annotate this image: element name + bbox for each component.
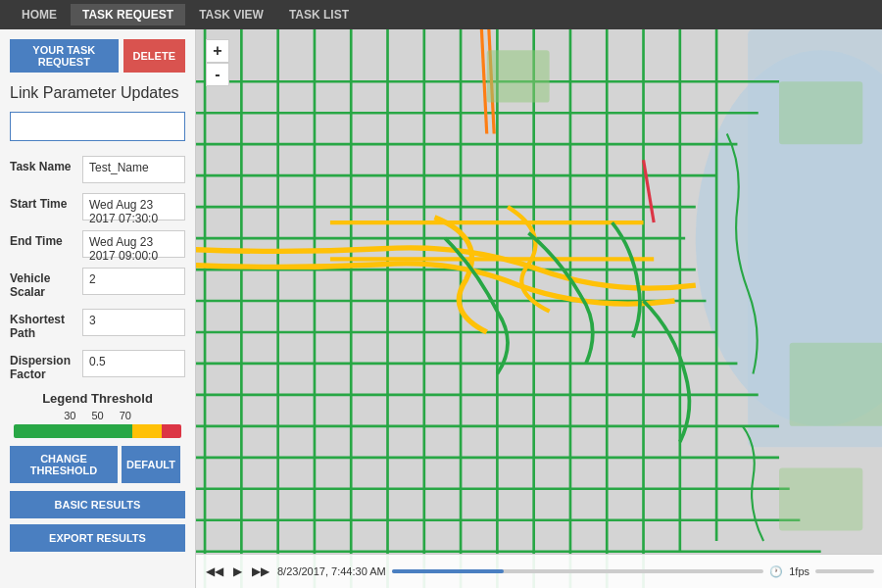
timeline-skip-forward-button[interactable]: ▶▶ (250, 563, 271, 580)
export-results-button[interactable]: EXPORT RESULTS (10, 524, 185, 552)
delete-button[interactable]: DELETE (123, 39, 185, 73)
kshortest-path-label: Kshortest Path (10, 309, 76, 340)
default-button[interactable]: DEFAULT (122, 446, 180, 483)
nav-task-list[interactable]: TASK LIST (277, 4, 361, 25)
start-time-label: Start Time (10, 193, 76, 211)
start-time-value: Wed Aug 23 2017 07:30:0 (82, 193, 185, 220)
dispersion-factor-value: 0.5 (82, 350, 185, 377)
map-svg (196, 29, 882, 588)
nav-task-request[interactable]: TASK REQUEST (71, 4, 185, 25)
nav-home[interactable]: HOME (10, 4, 69, 25)
task-name-row: Task Name Test_Name (10, 156, 185, 183)
section-title: Link Parameter Updates (10, 84, 185, 102)
task-name-label: Task Name (10, 156, 76, 173)
timeline-fps-slider[interactable] (815, 569, 874, 573)
legend-color-bar (14, 424, 181, 438)
svg-rect-41 (790, 343, 882, 426)
nav-task-view[interactable]: TASK VIEW (187, 4, 275, 25)
zoom-out-button[interactable]: - (206, 63, 229, 86)
timeline-slider-fill (392, 569, 504, 573)
legend-labels: 30 50 70 (10, 410, 185, 421)
svg-rect-39 (487, 50, 550, 102)
start-time-row: Start Time Wed Aug 23 2017 07:30:0 (10, 193, 185, 220)
vehicle-scalar-row: Vehicle Scalar 2 (10, 268, 185, 299)
sidebar: YOUR TASK REQUEST DELETE Link Parameter … (0, 29, 196, 588)
kshortest-path-value: 3 (82, 309, 185, 336)
map-zoom-controls: + - (206, 39, 229, 86)
kshortest-path-row: Kshortest Path 3 (10, 309, 185, 340)
legend-yellow (132, 424, 162, 438)
timeline-bar: ◀◀ ▶ ▶▶ 8/23/2017, 7:44:30 AM 🕐 1fps (196, 554, 882, 588)
dispersion-factor-label: Dispersion Factor (10, 350, 76, 381)
your-task-request-button[interactable]: YOUR TASK REQUEST (10, 39, 119, 73)
timeline-slider[interactable] (392, 569, 764, 573)
legend-title: Legend Threshold (10, 391, 185, 406)
end-time-label: End Time (10, 230, 76, 248)
search-input[interactable] (10, 112, 185, 141)
top-navigation: HOME TASK REQUEST TASK VIEW TASK LIST (0, 0, 882, 29)
threshold-buttons: CHANGE THRESHOLD DEFAULT (10, 446, 185, 483)
legend-label-70: 70 (120, 410, 131, 421)
timeline-datetime: 8/23/2017, 7:44:30 AM (277, 565, 386, 577)
timeline-play-button[interactable]: ▶ (231, 563, 244, 580)
svg-rect-40 (779, 81, 862, 144)
legend-green (14, 424, 132, 438)
legend-label-50: 50 (91, 410, 103, 421)
vehicle-scalar-label: Vehicle Scalar (10, 268, 76, 299)
change-threshold-button[interactable]: CHANGE THRESHOLD (10, 446, 118, 483)
end-time-value: Wed Aug 23 2017 09:00:0 (82, 230, 185, 258)
main-layout: YOUR TASK REQUEST DELETE Link Parameter … (0, 29, 882, 588)
end-time-row: End Time Wed Aug 23 2017 09:00:0 (10, 230, 185, 258)
legend-red (162, 424, 181, 438)
legend-section: Legend Threshold 30 50 70 (10, 391, 185, 438)
timeline-skip-back-button[interactable]: ◀◀ (204, 563, 225, 580)
task-name-value: Test_Name (82, 156, 185, 183)
vehicle-scalar-value: 2 (82, 268, 185, 295)
timeline-clock-icon: 🕐 (769, 565, 783, 578)
dispersion-factor-row: Dispersion Factor 0.5 (10, 350, 185, 381)
legend-label-30: 30 (64, 410, 75, 421)
timeline-fps: 1fps (789, 565, 809, 577)
zoom-in-button[interactable]: + (206, 39, 229, 63)
sidebar-top-buttons: YOUR TASK REQUEST DELETE (10, 39, 185, 73)
basic-results-button[interactable]: BASIC RESULTS (10, 491, 185, 518)
svg-rect-42 (779, 467, 862, 530)
map-container[interactable]: + - ◀◀ ▶ ▶▶ 8/23/2017, 7:44:30 AM 🕐 1fps (196, 29, 882, 588)
